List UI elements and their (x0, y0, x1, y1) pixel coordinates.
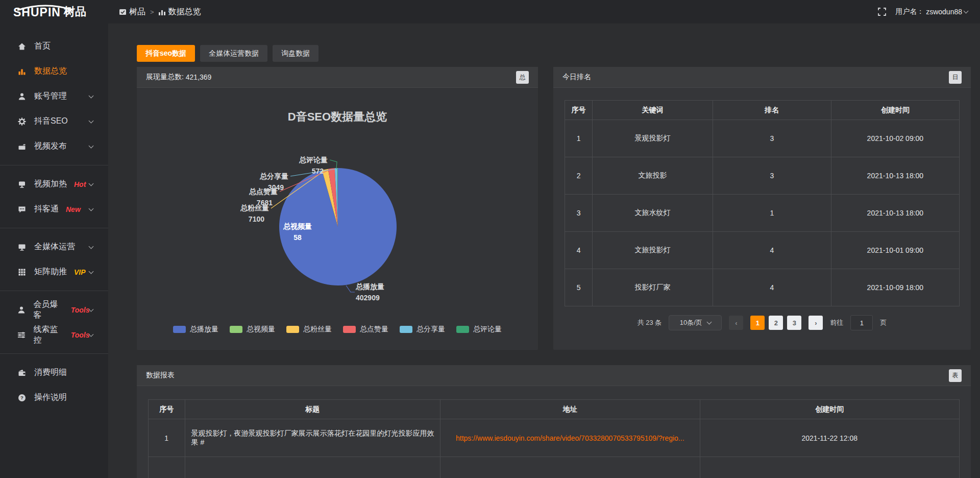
user-menu[interactable]: 用户名： zswodun88 (895, 7, 968, 16)
page-button-1[interactable]: 1 (750, 316, 765, 330)
sidebar-item-doketong[interactable]: 抖客通 New (0, 197, 108, 222)
table-row: 1 景观投影灯，夜游景观投影灯厂家展示展示落花灯在花园里的灯光投影应用效果 # … (149, 419, 960, 457)
new-badge: New (66, 205, 81, 213)
legend-swatch (343, 326, 356, 333)
pie-label-name: 总评论量 (299, 156, 328, 164)
table-row: 1景观投影灯32021-10-02 09:00 (565, 120, 960, 157)
legend-swatch (173, 326, 186, 333)
chevron-down-icon (89, 244, 94, 249)
legend-item[interactable]: 总视频量 (230, 325, 275, 334)
home-icon (17, 42, 27, 51)
pie-label-name: 总分享量 (259, 172, 288, 180)
legend-item[interactable]: 总分享量 (400, 325, 445, 334)
hot-badge: Hot (74, 180, 86, 188)
sidebar-item-home[interactable]: 首页 (0, 34, 108, 59)
breadcrumb: 树品 > 数据总览 (119, 7, 201, 17)
fullscreen-icon[interactable] (878, 8, 886, 16)
video-link[interactable]: https://www.iesdouyin.com/share/video/70… (456, 434, 684, 442)
col-rank: 排名 (713, 101, 831, 120)
breadcrumb-label: 数据总览 (168, 7, 201, 17)
username: zswodun88 (926, 8, 962, 16)
pie-label-name: 总点赞量 (249, 187, 278, 196)
chart-legend: 总播放量 总视频量 总粉丝量 总点赞量 总分享量 总评论量 (137, 325, 538, 334)
total-label: 展现量总数: (146, 73, 184, 82)
user-label: 用户名： (895, 7, 924, 16)
table-view-button[interactable]: 表 (949, 369, 962, 382)
table-header-row: 序号 标题 地址 创建时间 (149, 400, 960, 419)
prev-page-button[interactable]: ‹ (729, 316, 743, 330)
legend-item[interactable]: 总评论量 (456, 325, 502, 334)
breadcrumb-home[interactable]: 树品 (119, 7, 145, 17)
sidebar-item-douyin-seo[interactable]: 抖音SEO (0, 109, 108, 134)
goto-page-input[interactable] (850, 315, 873, 330)
pie-label-value: 7100 (249, 215, 264, 223)
sidebar-item-matrix-boost[interactable]: 矩阵助推 VIP (0, 259, 108, 284)
tab-media-ops[interactable]: 全媒体运营数据 (200, 45, 267, 62)
page-button-3[interactable]: 3 (787, 316, 801, 330)
app-icon (119, 9, 126, 15)
sidebar-item-data-overview[interactable]: 数据总览 (0, 59, 108, 84)
pie-chart: D音SEO数据量总览 总评论量 572 总分享量 3049 总点赞量 7681 … (137, 88, 538, 349)
svg-text:?: ? (20, 395, 23, 400)
col-index: 序号 (565, 101, 593, 120)
user-icon (17, 92, 27, 101)
chevron-down-icon (89, 181, 94, 186)
gear-icon (17, 117, 27, 126)
pie-chart-svg[interactable]: 总评论量 572 总分享量 3049 总点赞量 7681 总粉丝量 7100 总… (137, 88, 538, 349)
pie-label-name: 总视频量 (283, 222, 312, 230)
day-view-button[interactable]: 日 (949, 71, 962, 84)
sidebar-divider (0, 165, 108, 165)
breadcrumb-label: 树品 (129, 7, 145, 17)
sidebar-item-video-publish[interactable]: 视频发布 (0, 134, 108, 159)
chart-icon (159, 9, 165, 15)
topbar-right: 用户名： zswodun88 (878, 7, 980, 16)
video-title: 景观投影灯，夜游景观投影灯厂家展示展示落花灯在花园里的灯光投影应用效果 # (185, 419, 440, 457)
table-row (149, 457, 960, 478)
sidebar-item-spend-detail[interactable]: 消费明细 (0, 360, 108, 385)
table-row: 5投影灯厂家42021-10-09 18:00 (565, 269, 960, 306)
vip-badge: VIP (74, 268, 86, 276)
legend-item[interactable]: 总点赞量 (343, 325, 388, 334)
breadcrumb-current[interactable]: 数据总览 (159, 7, 201, 17)
overview-panel: 展现量总数: 421,369 总 D音SEO数据量总览 总评论量 572 总分享… (137, 67, 538, 350)
legend-item[interactable]: 总粉丝量 (286, 325, 332, 334)
logo-arc-icon (15, 5, 76, 11)
col-url: 地址 (440, 400, 700, 419)
logo: SHUPIN 树品 (0, 4, 108, 19)
ranking-panel-header: 今日排名 日 (553, 67, 971, 88)
pie-label-value: 402909 (356, 294, 380, 302)
page-button-2[interactable]: 2 (769, 316, 783, 330)
col-title: 标题 (185, 400, 440, 419)
table-header-row: 序号 关键词 排名 创建时间 (565, 101, 960, 120)
sidebar-item-member-tool[interactable]: 会员爆客 Tools (0, 297, 108, 322)
legend-swatch (400, 326, 412, 333)
pie-label-value: 58 (293, 233, 302, 242)
total-view-button[interactable]: 总 (516, 71, 529, 84)
legend-swatch (230, 326, 242, 333)
sidebar: 首页 数据总览 账号管理 抖音SEO 视频发布 视频加热 Hot (0, 23, 108, 478)
question-icon: ? (17, 394, 27, 402)
chevron-down-icon (89, 143, 94, 148)
next-page-button[interactable]: › (808, 316, 823, 330)
tab-douyin-seo[interactable]: 抖音seo数据 (137, 45, 195, 62)
sidebar-item-lead-monitor[interactable]: 线索监控 Tools (0, 322, 108, 347)
col-index: 序号 (149, 400, 185, 419)
sidebar-item-account[interactable]: 账号管理 (0, 84, 108, 109)
sidebar-item-media-ops[interactable]: 全媒体运营 (0, 234, 108, 259)
overview-panel-header: 展现量总数: 421,369 总 (137, 67, 538, 88)
sidebar-item-video-heat[interactable]: 视频加热 Hot (0, 172, 108, 197)
total-value: 421,369 (186, 73, 212, 81)
ranking-panel: 今日排名 日 序号 关键词 排名 创建时间 (553, 67, 971, 350)
chevron-down-icon (89, 269, 94, 274)
tab-inquiry[interactable]: 询盘数据 (273, 45, 318, 62)
chevron-down-icon (89, 118, 94, 123)
legend-item[interactable]: 总播放量 (173, 325, 218, 334)
page-size-select[interactable]: 10条/页 (669, 315, 722, 330)
heat-icon (17, 180, 27, 188)
sidebar-item-help[interactable]: ? 操作说明 (0, 385, 108, 410)
sidebar-divider (0, 353, 108, 354)
chat-icon (17, 205, 27, 213)
pie-label-value: 572 (312, 167, 324, 175)
tab-bar: 抖音seo数据 全媒体运营数据 询盘数据 (137, 45, 971, 62)
chevron-down-icon (706, 320, 712, 325)
